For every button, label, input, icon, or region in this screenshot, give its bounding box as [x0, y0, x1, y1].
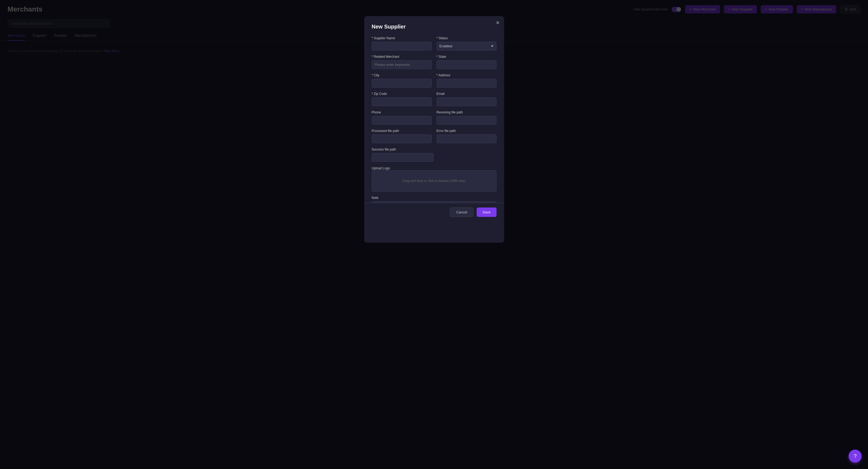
form-row-6: Processed file path Error file path — [372, 129, 497, 143]
zip-code-input[interactable] — [372, 97, 432, 106]
state-input[interactable] — [437, 60, 497, 69]
upload-logo-section: Upload Logo Drag and drop or click to br… — [372, 166, 497, 192]
supplier-name-label: * Supplier Name — [372, 36, 432, 40]
phone-label: Phone — [372, 110, 432, 114]
form-row-2: * Related Merchant * State — [372, 55, 497, 69]
success-file-path-label: Success file path — [372, 147, 434, 151]
phone-group: Phone — [372, 110, 432, 125]
note-label: Note — [372, 196, 497, 200]
email-label: Email — [437, 92, 497, 96]
related-merchant-label: * Related Merchant — [372, 55, 432, 59]
save-button[interactable]: Save — [477, 207, 497, 217]
email-group: Email — [437, 92, 497, 106]
state-label: * State — [437, 55, 497, 59]
help-icon: ? — [854, 453, 857, 459]
cancel-button[interactable]: Cancel — [450, 207, 473, 217]
supplier-name-group: * Supplier Name — [372, 36, 432, 51]
help-button[interactable]: ? — [849, 450, 862, 463]
processed-file-path-input[interactable] — [372, 134, 432, 143]
success-file-path-group: Success file path — [372, 147, 434, 162]
receiving-file-path-label: Receiving file path — [437, 110, 497, 114]
success-file-path-input[interactable] — [372, 153, 434, 162]
zip-code-label: * Zip Code — [372, 92, 432, 96]
city-group: * City — [372, 73, 432, 88]
zip-code-group: * Zip Code — [372, 92, 432, 106]
status-select[interactable]: Enabled Disabled — [437, 42, 497, 51]
form-row-1: * Supplier Name * Status Enabled Disable… — [372, 36, 497, 51]
modal-overlay: New Supplier ✕ * Supplier Name * Status … — [0, 0, 868, 469]
form-row-3: * City * Address — [372, 73, 497, 88]
form-row-4: * Zip Code Email — [372, 92, 497, 106]
modal-title: New Supplier — [372, 24, 497, 30]
address-group: * Address — [437, 73, 497, 88]
address-input[interactable] — [437, 79, 497, 88]
city-label: * City — [372, 73, 432, 77]
upload-hint: Drag and drop or click to browse (2MB ma… — [402, 179, 466, 183]
status-label: * Status — [437, 36, 497, 40]
phone-input[interactable] — [372, 116, 432, 125]
processed-file-path-group: Processed file path — [372, 129, 432, 143]
supplier-name-input[interactable] — [372, 42, 432, 51]
related-merchant-input[interactable] — [372, 60, 432, 69]
processed-file-path-label: Processed file path — [372, 129, 432, 133]
modal-close-button[interactable]: ✕ — [496, 21, 500, 25]
error-file-path-input[interactable] — [437, 134, 497, 143]
form-row-5: Phone Receiving file path — [372, 110, 497, 125]
receiving-file-path-group: Receiving file path — [437, 110, 497, 125]
error-file-path-group: Error file path — [437, 129, 497, 143]
upload-logo-label: Upload Logo — [372, 166, 390, 170]
receiving-file-path-input[interactable] — [437, 116, 497, 125]
status-group: * Status Enabled Disabled — [437, 36, 497, 51]
city-input[interactable] — [372, 79, 432, 88]
email-input[interactable] — [437, 97, 497, 106]
address-label: * Address — [437, 73, 497, 77]
related-merchant-group: * Related Merchant — [372, 55, 432, 69]
upload-area[interactable]: Drag and drop or click to browse (2MB ma… — [372, 170, 497, 192]
state-group: * State — [437, 55, 497, 69]
error-file-path-label: Error file path — [437, 129, 497, 133]
new-supplier-modal: New Supplier ✕ * Supplier Name * Status … — [364, 16, 504, 243]
modal-footer: Cancel Save — [364, 203, 504, 221]
form-row-7: Success file path — [372, 147, 497, 162]
